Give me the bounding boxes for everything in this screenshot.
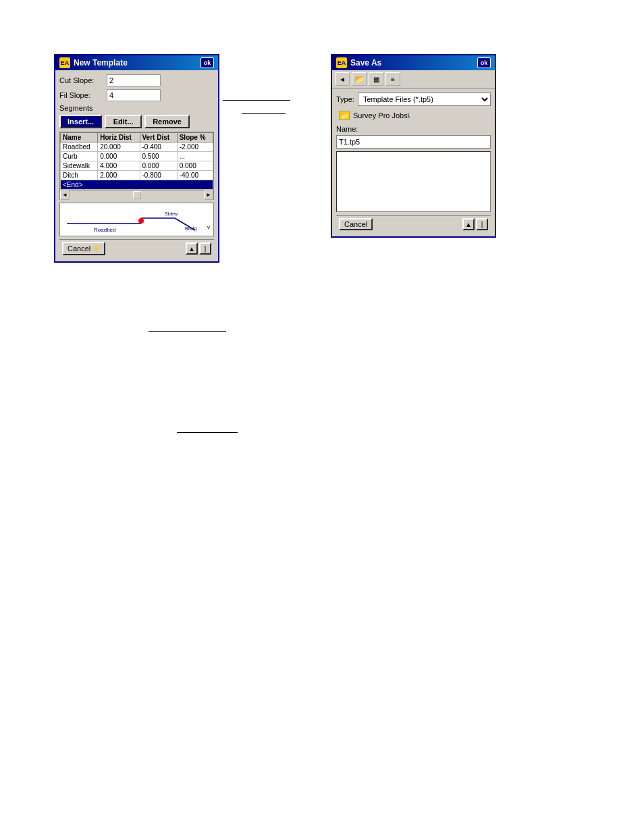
back-icon: ◄ [339, 76, 346, 83]
cell-slope: ... [177, 152, 213, 161]
star-icon: ★ [92, 244, 100, 253]
segments-label: Segments [59, 104, 214, 112]
segments-table-wrapper: Name Horiz Dist Vert Dist Slope % Roadbe… [59, 132, 214, 190]
cut-slope-label: Cut Slope: [59, 76, 107, 84]
cell-horiz: 20.000 [98, 142, 140, 152]
down-arrow-button[interactable]: | [199, 242, 211, 255]
col-name: Name [61, 133, 98, 142]
connector-line-middle [242, 113, 286, 114]
folder-name: Survey Pro Jobs\ [353, 111, 410, 120]
cell-name: Sidewalk [61, 161, 98, 171]
table-end-row[interactable]: <End> [61, 180, 213, 190]
cut-slope-input[interactable] [107, 74, 161, 86]
saveas-dialog-title: Save As [350, 58, 381, 68]
cell-vert: -0.400 [140, 142, 177, 152]
folder-up-button[interactable]: 📂 [352, 72, 367, 86]
name-label: Name: [336, 125, 358, 133]
table-row[interactable]: Ditch 2.000 -0.800 -40.00 [61, 171, 213, 180]
saveas-body: Type: Template Files (*.tp5) 📁 Survey Pr… [332, 88, 495, 236]
scroll-right-arrow[interactable]: ► [204, 190, 213, 200]
cell-slope: -2.000 [177, 142, 213, 152]
table-scrollbar[interactable]: ◄ ► [59, 190, 214, 200]
fill-slope-input[interactable] [107, 89, 161, 101]
saveas-bottom-bar: Cancel ▲ | [336, 215, 491, 232]
cancel-label: Cancel [68, 244, 90, 253]
new-template-ok-button[interactable]: ok [200, 57, 214, 68]
table-header-row: Name Horiz Dist Vert Dist Slope % [61, 133, 213, 142]
list-view-button[interactable]: ≡ [385, 72, 400, 86]
segment-buttons: Insert... Edit... Remove [59, 115, 214, 128]
saveas-cancel-label: Cancel [344, 220, 367, 228]
table-row[interactable]: Sidewalk 4.000 0.000 0.000 [61, 161, 213, 171]
cell-name: Roadbed [61, 142, 98, 152]
col-horiz: Horiz Dist [98, 133, 140, 142]
new-template-body: Cut Slope: Fil Slope: Segments Insert...… [55, 70, 218, 261]
dialog-title: New Template [74, 58, 128, 68]
end-cell: <End> [61, 180, 213, 190]
svg-text:Bitch): Bitch) [185, 226, 197, 232]
save-as-dialog: EA Save As ok ◄ 📂 ▦ ≡ Type: Template Fil… [331, 54, 496, 238]
cell-vert: 0.000 [140, 161, 177, 171]
cell-slope: -40.00 [177, 171, 213, 180]
connector-line-bottom1 [149, 331, 226, 332]
folder-up-icon: 📂 [354, 74, 365, 84]
preview-area: Roadbed Sidew Bitch) v [59, 203, 214, 236]
table-row[interactable]: Roadbed 20.000 -0.400 -2.000 [61, 142, 213, 152]
new-template-dialog: EA New Template ok Cut Slope: Fil Slope:… [54, 54, 219, 263]
folder-icon: 📁 [339, 111, 350, 120]
new-template-titlebar: EA New Template ok [55, 55, 218, 70]
up-arrow-button[interactable]: ▲ [186, 242, 198, 255]
svg-point-4 [138, 218, 144, 224]
cell-horiz: 2.000 [98, 171, 140, 180]
type-row: Type: Template Files (*.tp5) [336, 93, 491, 106]
name-label-row: Name: [336, 125, 491, 133]
cell-name: Ditch [61, 171, 98, 180]
remove-button[interactable]: Remove [144, 115, 190, 128]
saveas-titlebar: EA Save As ok [332, 55, 495, 70]
table-row[interactable]: Curb 0.000 0.500 ... [61, 152, 213, 161]
grid-view-button[interactable]: ▦ [369, 72, 383, 86]
saveas-up-arrow[interactable]: ▲ [462, 218, 475, 230]
titlebar-icon: EA [59, 57, 70, 68]
saveas-arrow-buttons: ▲ | [462, 218, 488, 230]
saveas-cancel-button[interactable]: Cancel [339, 218, 373, 230]
type-label: Type: [336, 95, 354, 103]
fill-slope-row: Fil Slope: [59, 89, 214, 101]
connector-line-bottom2 [177, 432, 238, 433]
arrow-buttons: ▲ | [186, 242, 211, 255]
cancel-button[interactable]: Cancel ★ [62, 242, 105, 255]
saveas-title-icon: EA [336, 57, 347, 68]
svg-text:Roadbed: Roadbed [94, 227, 115, 233]
list-icon: ≡ [391, 76, 395, 83]
cell-horiz: 0.000 [98, 152, 140, 161]
col-slope: Slope % [177, 133, 213, 142]
saveas-ok-button[interactable]: ok [477, 57, 491, 68]
cell-vert: 0.500 [140, 152, 177, 161]
cell-vert: -0.800 [140, 171, 177, 180]
folder-row: 📁 Survey Pro Jobs\ [336, 109, 491, 122]
cell-horiz: 4.000 [98, 161, 140, 171]
segments-table: Name Horiz Dist Vert Dist Slope % Roadbe… [60, 132, 213, 190]
cell-slope: 0.000 [177, 161, 213, 171]
bottom-bar: Cancel ★ ▲ | [59, 239, 214, 257]
scroll-track[interactable] [70, 190, 204, 200]
titlebar-left: EA New Template [59, 57, 128, 68]
cell-name: Curb [61, 152, 98, 161]
cut-slope-row: Cut Slope: [59, 74, 214, 86]
svg-text:Sidew: Sidew [165, 211, 178, 216]
edit-button[interactable]: Edit... [105, 115, 142, 128]
insert-button[interactable]: Insert... [59, 115, 102, 128]
svg-text:v: v [207, 224, 210, 230]
grid-icon: ▦ [373, 76, 379, 83]
file-list[interactable] [336, 151, 491, 212]
saveas-pipe[interactable]: | [476, 218, 488, 230]
filename-input[interactable] [336, 135, 491, 149]
scroll-thumb[interactable] [133, 191, 141, 199]
type-select[interactable]: Template Files (*.tp5) [358, 93, 491, 106]
fill-slope-label: Fil Slope: [59, 91, 107, 99]
scroll-left-arrow[interactable]: ◄ [60, 190, 70, 200]
saveas-titlebar-left: EA Save As [336, 57, 381, 68]
saveas-toolbar: ◄ 📂 ▦ ≡ [332, 70, 495, 88]
connector-line-top [223, 100, 290, 101]
back-button[interactable]: ◄ [335, 72, 350, 86]
